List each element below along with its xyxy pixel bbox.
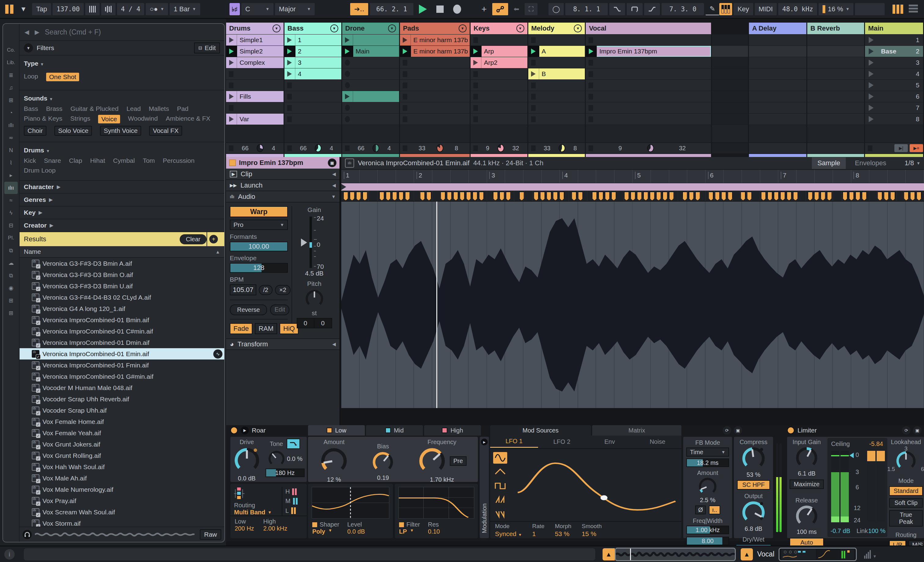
track-header-a-delay[interactable]: A Delay	[749, 22, 806, 34]
computer-midi-keyboard-button[interactable]	[719, 3, 732, 15]
list-item[interactable]: Veronica ImproCombined-01 Dmin.aif	[20, 337, 224, 348]
menu-dropdown-icon[interactable]: ▼	[16, 3, 31, 15]
device-chain-overview[interactable]	[778, 548, 857, 561]
empty-clip-slot[interactable]	[285, 80, 341, 91]
warp-marker[interactable]	[827, 192, 832, 201]
empty-clip-slot[interactable]	[342, 114, 399, 124]
filter-chip-kick[interactable]: Kick	[24, 157, 36, 164]
list-item[interactable]: Vox Storm.aif	[20, 518, 224, 526]
band-frequency-knob[interactable]	[417, 446, 447, 475]
clip-slot[interactable]: B	[528, 68, 585, 79]
automation-arm-button[interactable]	[492, 3, 508, 15]
filter-section-creator[interactable]: Creator▶	[20, 219, 224, 232]
add-filter-button[interactable]: +	[207, 232, 220, 246]
grid-interval-menu[interactable]: 1/8▼	[905, 159, 920, 167]
warp-marker[interactable]	[405, 192, 410, 201]
filter-chip-one-shot[interactable]: One Shot	[46, 73, 80, 81]
list-item[interactable]: Vox Scream Wah Soul.aif	[20, 507, 224, 518]
band-amount-value[interactable]: 12 %	[327, 476, 341, 483]
filter-chip-strings[interactable]: Strings	[70, 115, 90, 123]
clip-stop-button[interactable]	[531, 82, 536, 88]
beat-time-ruler[interactable]: 12345678	[341, 170, 924, 183]
list-item[interactable]: Vocoder Scrap Uhh Reverb.aif	[20, 393, 224, 405]
fb-mode-menu[interactable]: Time▼	[686, 447, 729, 457]
live-menu-icon[interactable]	[4, 3, 15, 15]
rail-item-sounds[interactable]: ♫	[4, 82, 18, 94]
warp-marker[interactable]	[440, 192, 446, 201]
mode-soft-clip-button[interactable]: Soft Clip	[889, 498, 923, 508]
warp-marker[interactable]	[392, 192, 397, 201]
warp-marker[interactable]	[592, 192, 597, 201]
clip-stop-button[interactable]	[531, 60, 536, 66]
clip-play-button[interactable]	[226, 91, 237, 102]
compress-knob[interactable]	[741, 446, 766, 471]
edit-filters-button[interactable]: ⊟Edit	[194, 42, 220, 54]
empty-clip-slot[interactable]	[586, 80, 711, 91]
bias-knob[interactable]	[371, 451, 394, 474]
filter-chip-hihat[interactable]: Hihat	[90, 157, 105, 164]
warp-button[interactable]: Warp	[230, 206, 288, 217]
empty-clip-slot[interactable]	[226, 68, 284, 79]
clip-play-button[interactable]	[400, 34, 411, 45]
rail-item-add-folder-2[interactable]: ⊞	[4, 307, 18, 319]
pre-button[interactable]: Pre	[450, 456, 466, 466]
tap-tempo-button[interactable]: Tap	[32, 3, 51, 15]
roar-activator-led[interactable]	[230, 427, 238, 434]
clip-stop-button[interactable]	[473, 105, 478, 111]
tone-knob[interactable]	[267, 450, 286, 468]
warp-marker[interactable]	[728, 192, 733, 201]
warp-marker[interactable]	[855, 192, 861, 201]
warp-marker[interactable]	[534, 192, 539, 201]
rail-item-instruments[interactable]: ◔	[4, 106, 18, 119]
tempo-field[interactable]: 137.00	[52, 3, 84, 15]
list-item[interactable]: Veronica ImproCombined-01 Bmin.aif	[20, 314, 224, 325]
clip-stop-button[interactable]	[403, 116, 407, 122]
fb-spectrum-button[interactable]: ı..	[709, 505, 720, 514]
warp-marker[interactable]	[611, 192, 616, 201]
device-chain-trigger-button[interactable]: ▲	[741, 548, 753, 561]
record-button[interactable]	[449, 3, 465, 15]
lfo-tab-noise[interactable]: Noise	[634, 436, 682, 448]
release-value[interactable]: 100 ms	[787, 528, 826, 535]
clip-slot[interactable]: E minor harm 137b	[400, 34, 470, 45]
lfo-display[interactable]	[513, 452, 679, 520]
clip-gain-slider[interactable]: 24 0 70	[301, 217, 328, 268]
clip-slot[interactable]: Impro Emin 137bpm	[586, 46, 711, 57]
track-dropdown-icon[interactable]: ▼	[273, 24, 280, 32]
clip-overview-strip[interactable]	[615, 548, 736, 561]
roar-fold-icon[interactable]: ▶	[241, 426, 249, 434]
pitch-fine-field[interactable]: 0	[314, 319, 332, 328]
empty-clip-slot[interactable]	[400, 102, 470, 113]
rail-item-modulators[interactable]: N	[4, 144, 18, 156]
list-item[interactable]: Vox Hah Wah Soul.aif	[20, 461, 224, 472]
midi-map-button[interactable]: MIDI	[755, 3, 777, 15]
clip-play-button[interactable]	[342, 91, 353, 102]
clip-slot[interactable]: A	[528, 46, 585, 57]
clip-play-button[interactable]	[471, 46, 482, 57]
warp-marker[interactable]	[637, 192, 642, 201]
scene-play-icon[interactable]	[869, 37, 874, 43]
filters-collapse-icon[interactable]: ▼	[24, 43, 33, 52]
filter-chip-guitar-plucked[interactable]: Guitar & Plucked	[70, 105, 118, 112]
clip-play-button[interactable]	[586, 46, 597, 57]
track-dropdown-icon[interactable]: ▼	[459, 24, 466, 32]
clip-record-button[interactable]	[345, 82, 350, 88]
warp-marker[interactable]	[605, 192, 610, 201]
browser-forward-button[interactable]: ▶	[34, 28, 39, 36]
rail-item-add-folder[interactable]: ⊞	[4, 294, 18, 307]
edit-sample-button[interactable]: Edit	[270, 304, 289, 315]
lfo-shape-saw-up[interactable]	[493, 494, 507, 506]
stop-all-clips-button[interactable]	[473, 145, 478, 151]
warp-marker[interactable]	[814, 192, 819, 201]
clip-slot[interactable]	[342, 34, 399, 45]
level-value[interactable]: 0.0 dB	[347, 528, 365, 535]
fb-phase-invert-button[interactable]: Ø	[695, 505, 706, 514]
filter-chip-lead[interactable]: Lead	[126, 105, 141, 112]
clip-stop-button[interactable]	[473, 82, 478, 88]
filter-chip-voice[interactable]: Voice	[98, 115, 120, 123]
warp-marker[interactable]	[774, 192, 779, 201]
warp-marker[interactable]	[820, 192, 826, 201]
stop-button[interactable]	[432, 3, 448, 15]
warp-marker[interactable]	[650, 192, 655, 201]
warp-marker[interactable]	[420, 192, 425, 201]
